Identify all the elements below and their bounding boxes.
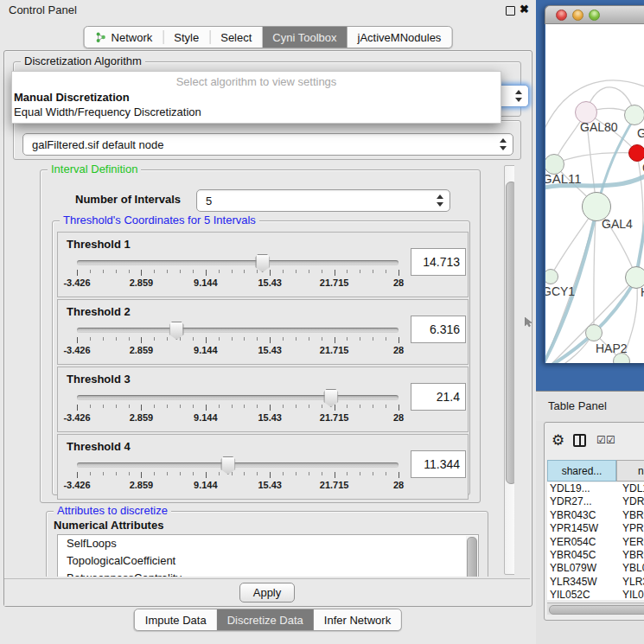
window-titlebar[interactable]	[545, 5, 644, 24]
network-node-ga[interactable]	[624, 105, 644, 125]
tab-impute-data[interactable]: Impute Data	[135, 609, 217, 630]
columns-icon[interactable]	[573, 434, 586, 447]
cell[interactable]: YDL19	[620, 482, 644, 495]
settings-scroll-area: Interval Definition Number of Intervals …	[13, 162, 514, 577]
spinner-stepper	[436, 194, 443, 207]
cell[interactable]: YLR34	[620, 576, 644, 589]
mouse-cursor	[525, 317, 533, 328]
slider-track[interactable]	[77, 395, 399, 400]
table-row[interactable]: YBR043CYBR04	[547, 509, 644, 522]
tab-infer-network[interactable]: Infer Network	[314, 609, 401, 630]
list-item[interactable]: TopologicalCoefficient	[58, 552, 478, 570]
slider-ticks	[77, 337, 399, 344]
list-scrollbar-thumb[interactable]	[467, 537, 477, 577]
tab-network[interactable]: Network	[85, 27, 163, 48]
cell[interactable]: YIL052C	[547, 589, 620, 600]
network-canvas[interactable]: GAL80 GA GAL11 GAL4 GCY1 H HAP2 C	[545, 24, 644, 363]
apply-button[interactable]: Apply	[239, 583, 295, 603]
column-header-name[interactable]: name	[616, 460, 644, 481]
cell[interactable]: YPR145W	[547, 522, 620, 535]
checkbox-icon[interactable]: ☑	[596, 435, 606, 445]
threshold-slider[interactable]: -3.4262.8599.14415.4321.71528	[77, 255, 399, 295]
popup-placeholder-item[interactable]: Select algorithm to view settings	[12, 73, 501, 90]
threshold-slider[interactable]: -3.4262.8599.14415.4321.71528	[77, 390, 399, 430]
stepper-down-icon	[500, 146, 507, 150]
network-window-frame[interactable]: GAL80 GA GAL11 GAL4 GCY1 H HAP2 C	[536, 0, 644, 391]
network-node-red[interactable]	[628, 144, 644, 162]
slider-track[interactable]	[77, 260, 399, 265]
table-hscrollbar[interactable]	[547, 603, 644, 615]
threshold-slider[interactable]: -3.4262.8599.14415.4321.71528	[77, 457, 399, 497]
slider-scale: -3.4262.8599.14415.4321.71528	[77, 412, 399, 424]
cell[interactable]: YPR14	[620, 522, 644, 535]
tab-jactivemnodules[interactable]: jActiveMNodules	[348, 27, 452, 48]
cell[interactable]: YDL19...	[547, 482, 620, 495]
close-icon[interactable]: ✖	[520, 3, 529, 16]
cell[interactable]: YER05	[620, 536, 644, 549]
cell[interactable]: YBR043C	[547, 509, 620, 522]
table-row[interactable]: YPR145WYPR14	[547, 522, 644, 535]
threshold-value-field[interactable]: 14.713	[411, 248, 466, 276]
network-node-hap2[interactable]	[585, 324, 603, 341]
threshold-block: Threshold 2 -3.4262.8599.14415.4321.7152…	[57, 299, 469, 365]
table-panel-header: Table Panel	[536, 391, 644, 421]
table-row[interactable]: YBR045CYBR04	[547, 549, 644, 562]
table-row[interactable]: YER054CYER05	[547, 536, 644, 549]
table-body[interactable]: YDL19...YDL19 YDR27...YDR27 YBR043CYBR04…	[547, 482, 644, 600]
cell[interactable]: YBL079W	[547, 562, 620, 575]
tab-discretize-data[interactable]: Discretize Data	[217, 609, 314, 630]
checkbox-icon[interactable]: ☑	[606, 435, 615, 445]
tab-cyni-toolbox[interactable]: Cyni Toolbox	[262, 27, 347, 48]
list-scrollbar[interactable]	[466, 536, 477, 577]
table-row[interactable]: YLR345WYLR34	[547, 576, 644, 589]
threshold-value-field[interactable]: 21.4	[411, 383, 466, 411]
table-row[interactable]: YDR27...YDR27	[547, 495, 644, 508]
column-header-shared-name[interactable]: shared...	[547, 460, 616, 481]
settings-scrollbar[interactable]	[504, 165, 514, 575]
float-panel-icon[interactable]	[506, 6, 515, 16]
list-item[interactable]: BetweennessCentrality	[58, 570, 478, 577]
popup-item-equal-width[interactable]: Equal Width/Frequency Discretization	[12, 105, 501, 119]
threshold-slider[interactable]: -3.4262.8599.14415.4321.71528	[77, 322, 399, 362]
cell[interactable]: YER054C	[547, 536, 620, 549]
minimize-traffic-light-icon[interactable]	[572, 10, 583, 21]
cell[interactable]: YBR04	[620, 509, 644, 522]
close-traffic-light-icon[interactable]	[556, 10, 567, 21]
node-label: GA	[637, 126, 644, 140]
cell[interactable]: YBR04	[620, 549, 644, 562]
network-window: GAL80 GA GAL11 GAL4 GCY1 H HAP2 C	[545, 5, 644, 363]
cell[interactable]: YIL05	[620, 589, 644, 600]
tab-select[interactable]: Select	[210, 27, 262, 48]
slider-scale: -3.4262.8599.14415.4321.71528	[77, 277, 399, 290]
cell[interactable]: YBR045C	[547, 549, 620, 562]
cell[interactable]: YLR345W	[547, 576, 620, 589]
table-row[interactable]: YBL079WYBL07	[547, 562, 644, 575]
app-root: Control Panel ✖ Network Style Select Cyn…	[0, 0, 644, 644]
popup-item-manual-discretization[interactable]: Manual Discretization	[12, 90, 501, 105]
combo-stepper	[499, 137, 507, 151]
num-intervals-spinner[interactable]: 5	[196, 189, 450, 212]
cyni-toolbox-panel: Discretization Algorithm Table Data galF…	[3, 50, 532, 607]
table-hscrollbar-thumb[interactable]	[549, 605, 644, 615]
slider-ticks	[77, 472, 399, 479]
threshold-value-field[interactable]: 11.344	[411, 450, 466, 478]
numerical-attributes-list[interactable]: SelfLoops TopologicalCoefficient Between…	[57, 534, 479, 577]
table-row[interactable]: YIL052CYIL05	[547, 589, 644, 600]
table-data-combobox[interactable]: galFiltered.sif default node	[22, 133, 513, 156]
right-column: GAL80 GA GAL11 GAL4 GCY1 H HAP2 C Table …	[536, 0, 644, 644]
thresholds-group-title: Threshold's Coordinates for 5 Intervals	[60, 214, 259, 226]
cell[interactable]: YBL07	[620, 562, 644, 575]
node-label: GAL80	[580, 120, 618, 134]
cell[interactable]: YDR27...	[547, 495, 620, 508]
table-row[interactable]: YDL19...YDL19	[547, 482, 644, 495]
settings-scrollbar-thumb[interactable]	[506, 182, 514, 484]
slider-track[interactable]	[77, 462, 399, 468]
list-item[interactable]: SelfLoops	[58, 535, 478, 552]
tab-style[interactable]: Style	[163, 27, 209, 48]
threshold-value-field[interactable]: 6.316	[411, 316, 466, 343]
threshold-block: Threshold 4 -3.4262.8599.14415.4321.7152…	[57, 434, 469, 500]
gear-icon[interactable]: ⚙	[552, 433, 564, 448]
zoom-traffic-light-icon[interactable]	[589, 10, 600, 21]
cell[interactable]: YDR27	[620, 495, 644, 508]
slider-track[interactable]	[77, 328, 399, 333]
